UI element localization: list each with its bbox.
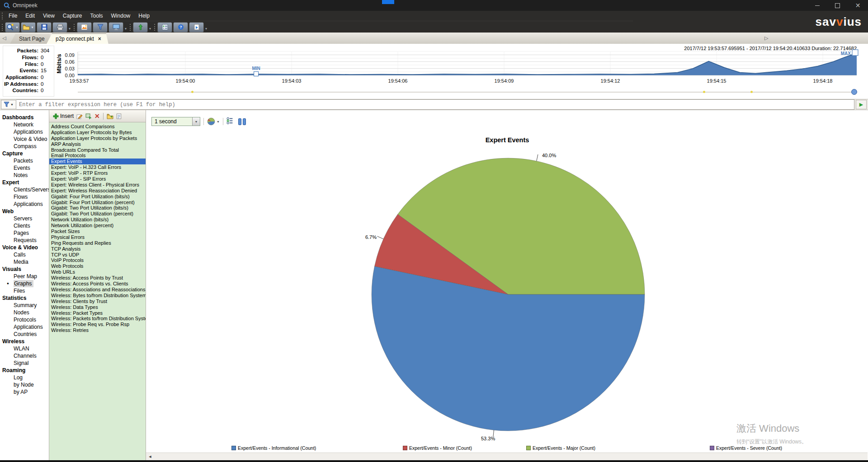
- tab-scroll-left-icon[interactable]: ◁: [2, 35, 6, 41]
- toolbar-overflow-icon[interactable]: ▾: [125, 27, 127, 31]
- help-button[interactable]: ?: [173, 22, 188, 33]
- sidebar-item-graphs[interactable]: ●Graphs: [0, 280, 49, 287]
- sidebar-item-flows[interactable]: Flows: [0, 193, 49, 201]
- graph-list-item[interactable]: Ping Requests and Replies: [49, 240, 146, 246]
- minimize-button[interactable]: [807, 0, 827, 11]
- graph-list-item[interactable]: Expert: Wireless Client - Physical Error…: [49, 182, 146, 188]
- capture-options-button[interactable]: [77, 22, 92, 33]
- start-page-button[interactable]: [189, 22, 204, 33]
- graph-list-item[interactable]: Wireless: Packet Types: [49, 310, 146, 316]
- graph-list-item[interactable]: Wireless: Retries: [49, 327, 146, 333]
- save-button[interactable]: [37, 22, 52, 33]
- graph-list-item[interactable]: Physical Errors: [49, 234, 146, 240]
- tab-scroll-right-icon[interactable]: ▷: [764, 35, 768, 41]
- start-capture-button[interactable]: ▼: [5, 22, 20, 33]
- sidebar-item-servers[interactable]: Servers: [0, 215, 49, 222]
- menu-window[interactable]: Window: [107, 11, 135, 21]
- menu-tools[interactable]: Tools: [86, 11, 107, 21]
- graph-list-item[interactable]: Gigabit: Two Port Utilization (percent): [49, 211, 146, 217]
- graph-list-item[interactable]: Address Count Comparisons: [49, 124, 146, 130]
- menu-file[interactable]: File: [5, 11, 21, 21]
- sidebar-item-peer-map[interactable]: Peer Map: [0, 273, 49, 280]
- insert-graph-button[interactable]: Insert: [53, 113, 74, 119]
- sidebar-item-log[interactable]: Log: [0, 374, 49, 381]
- graph-list-item[interactable]: Wireless: Probe Req vs. Probe Rsp: [49, 322, 146, 327]
- sidebar-item-files[interactable]: Files: [0, 287, 49, 294]
- import-graph-button[interactable]: [107, 113, 113, 119]
- sidebar-item-applications[interactable]: Applications: [0, 128, 49, 135]
- toolbar-overflow-icon[interactable]: ▾: [149, 27, 151, 31]
- monitor-view-button[interactable]: [108, 22, 123, 33]
- print-button[interactable]: [52, 22, 67, 33]
- timeline-slider-knob[interactable]: [851, 89, 857, 95]
- sidebar-item-applications[interactable]: Applications: [0, 201, 49, 208]
- graph-list-item[interactable]: Expert: VoIP - RTP Errors: [49, 170, 146, 176]
- timeline-scrollbar[interactable]: [78, 92, 854, 93]
- graph-list-item[interactable]: Expert: VoIP - H.323 Call Errors: [49, 164, 146, 170]
- sidebar-item-clients-servers[interactable]: Clients/Servers: [0, 186, 49, 193]
- graph-list-item[interactable]: TCP vs UDP: [49, 252, 146, 258]
- graph-list-item[interactable]: Network Utilization (percent): [49, 223, 146, 229]
- tab-close-icon[interactable]: ×: [98, 36, 101, 42]
- graph-list-item[interactable]: Wireless: Data Types: [49, 304, 146, 310]
- sidebar-item-voice-video[interactable]: Voice & Video: [0, 135, 49, 143]
- sidebar-item-applications[interactable]: Applications: [0, 323, 49, 331]
- sidebar-item-protocols[interactable]: Protocols: [0, 316, 49, 323]
- horizontal-scrollbar[interactable]: ◄: [146, 453, 868, 460]
- sidebar-item-channels[interactable]: Channels: [0, 352, 49, 359]
- graph-list-item[interactable]: Expert: Wireless Reassociation Denied: [49, 188, 146, 194]
- graph-list-item[interactable]: Wireless: Access Points vs. Clients: [49, 281, 146, 287]
- graph-list-item[interactable]: Web Protocols: [49, 263, 146, 269]
- filter-menu-button[interactable]: ▼: [1, 100, 16, 109]
- graph-list-item[interactable]: Web URLs: [49, 269, 146, 275]
- scroll-left-arrow-icon[interactable]: ◄: [146, 454, 154, 459]
- filter-settings-button[interactable]: [93, 22, 108, 33]
- toolbar-overflow-icon[interactable]: ▾: [69, 27, 71, 31]
- timeline-chart[interactable]: 0.090.060.030.0019:53:5719:54:0019:54:03…: [0, 44, 868, 99]
- sidebar-item-summary[interactable]: Summary: [0, 302, 49, 309]
- sidebar-item-by-ap[interactable]: by AP: [0, 388, 49, 396]
- graph-list-item[interactable]: Expert Events: [49, 159, 146, 164]
- tab-p2p-connect[interactable]: p2p connect.pkt ×: [47, 33, 108, 44]
- sidebar-item-pages[interactable]: Pages: [0, 229, 49, 237]
- sidebar-item-packets[interactable]: Packets: [0, 157, 49, 164]
- sidebar-item-notes[interactable]: Notes: [0, 172, 49, 179]
- filter-expression-input[interactable]: [16, 99, 854, 110]
- menu-edit[interactable]: Edit: [21, 11, 39, 21]
- graph-list-item[interactable]: Wireless: Clients by Trust: [49, 299, 146, 304]
- graph-list-item[interactable]: Wireless: Bytes to/from Distribution Sys…: [49, 293, 146, 299]
- sidebar-item-countries[interactable]: Countries: [0, 331, 49, 338]
- graph-list-item[interactable]: Expert: VoIP - SIP Errors: [49, 176, 146, 182]
- edit-graph-button[interactable]: [76, 113, 83, 119]
- graph-list-item[interactable]: Packet Sizes: [49, 229, 146, 234]
- close-button[interactable]: ✕: [848, 0, 868, 11]
- graph-list-item[interactable]: Gigabit: Four Port Utilization (percent): [49, 200, 146, 205]
- sidebar-item-compass[interactable]: Compass: [0, 143, 49, 150]
- apply-filter-button[interactable]: ▶: [856, 100, 867, 109]
- toolbar-overflow-icon[interactable]: ▾: [205, 27, 207, 31]
- sidebar-item-by-node[interactable]: by Node: [0, 381, 49, 388]
- graph-list-item[interactable]: Application Layer Protocols by Packets: [49, 135, 146, 141]
- graph-list-item[interactable]: Wireless: Access Points by Trust: [49, 275, 146, 281]
- graph-list-item[interactable]: ARP Analysis: [49, 141, 146, 147]
- sidebar-item-events[interactable]: Events: [0, 164, 49, 172]
- graph-list-item[interactable]: Network Utilization (bits/s): [49, 217, 146, 223]
- tab-start-page[interactable]: Start Page: [10, 34, 52, 44]
- sidebar-item-media[interactable]: Media: [0, 258, 49, 266]
- graph-list-item[interactable]: Gigabit: Two Port Utilization (bits/s): [49, 205, 146, 211]
- sidebar-item-network[interactable]: Network: [0, 121, 49, 128]
- display-options-button[interactable]: [157, 22, 172, 33]
- graph-list-item[interactable]: Application Layer Protocols by Bytes: [49, 130, 146, 135]
- sidebar-item-wlan[interactable]: WLAN: [0, 345, 49, 352]
- maximize-button[interactable]: [827, 0, 848, 11]
- send-to-peer-button[interactable]: [133, 22, 148, 33]
- delete-graph-button[interactable]: ✕: [94, 112, 100, 120]
- graph-list-item[interactable]: TCP Analysis: [49, 246, 146, 252]
- pie-chart[interactable]: [146, 110, 868, 460]
- export-graph-button[interactable]: [116, 113, 122, 119]
- duplicate-graph-button[interactable]: [85, 113, 92, 119]
- menu-view[interactable]: View: [39, 11, 59, 21]
- graph-list-item[interactable]: Email Protocols: [49, 153, 146, 159]
- graph-list-item[interactable]: Broadcasts Compared To Total: [49, 147, 146, 153]
- graph-list-item[interactable]: Wireless: Packets to/from Distribution S…: [49, 316, 146, 322]
